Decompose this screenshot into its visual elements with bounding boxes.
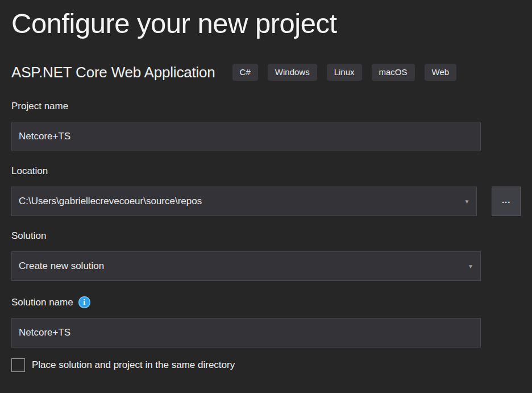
project-name-input[interactable] [11, 122, 481, 151]
solution-value: Create new solution [19, 260, 104, 272]
solution-name-label: Solution name [11, 297, 73, 308]
template-name: ASP.NET Core Web Application [11, 64, 215, 81]
same-directory-option: Place solution and project in the same d… [11, 358, 521, 372]
page-title: Configure your new project [11, 5, 521, 42]
tag-csharp: C# [232, 64, 258, 81]
browse-button[interactable]: ... [492, 187, 521, 216]
solution-combobox[interactable]: Create new solution ▼ [11, 251, 481, 281]
template-tag-list: C# Windows Linux macOS Web [232, 64, 457, 81]
project-name-label: Project name [11, 101, 521, 112]
location-label: Location [11, 166, 521, 177]
location-combobox[interactable]: C:\Users\gabriellecrevecoeur\source\repo… [11, 187, 477, 216]
same-directory-label: Place solution and project in the same d… [32, 359, 235, 371]
info-icon[interactable]: i [78, 296, 90, 308]
solution-name-input[interactable] [11, 318, 481, 348]
tag-linux: Linux [327, 64, 362, 81]
chevron-down-icon[interactable]: ▼ [464, 198, 470, 205]
location-value: C:\Users\gabriellecrevecoeur\source\repo… [19, 196, 202, 207]
tag-web: Web [425, 64, 457, 81]
solution-name-label-row: Solution name i [11, 296, 521, 308]
template-summary: ASP.NET Core Web Application C# Windows … [11, 63, 521, 81]
tag-macos: macOS [372, 64, 415, 81]
solution-row: Create new solution ▼ [11, 251, 521, 281]
solution-label: Solution [11, 230, 521, 242]
location-row: C:\Users\gabriellecrevecoeur\source\repo… [11, 187, 521, 216]
tag-windows: Windows [268, 64, 317, 81]
chevron-down-icon[interactable]: ▼ [468, 263, 473, 270]
configure-project-dialog: Configure your new project ASP.NET Core … [0, 0, 532, 372]
same-directory-checkbox[interactable] [11, 358, 25, 372]
